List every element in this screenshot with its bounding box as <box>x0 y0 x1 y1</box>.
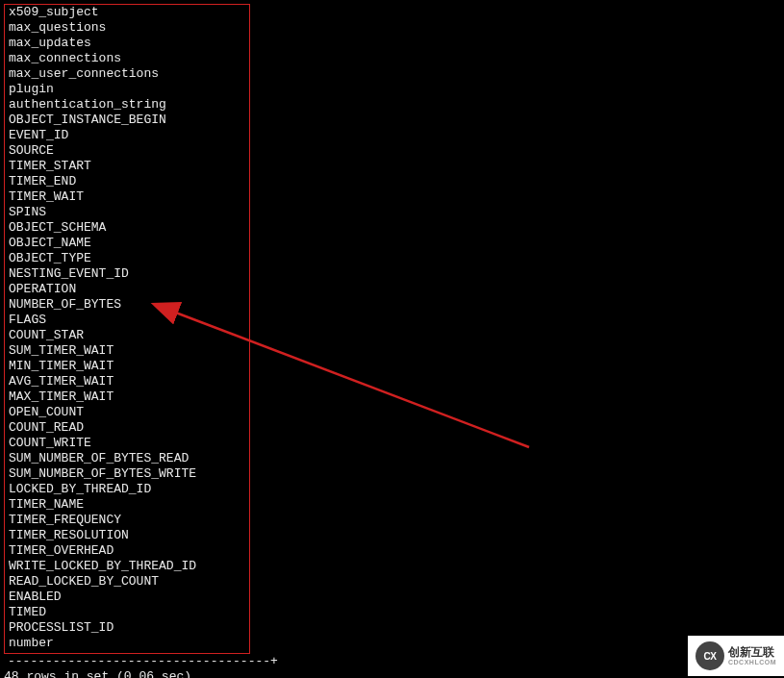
table-border-bottom: -----------------------------------+ <box>4 654 780 669</box>
watermark-brand-text: 创新互联 CDCXHLCOM <box>728 645 776 667</box>
result-summary: 48 rows in set (0.06 sec) <box>4 669 780 678</box>
column-name-row: OBJECT_INSTANCE_BEGIN <box>9 113 245 128</box>
column-name-row: TIMER_FREQUENCY <box>9 513 245 528</box>
column-name-row: MAX_TIMER_WAIT <box>9 389 245 405</box>
watermark-sub: CDCXHLCOM <box>728 659 776 666</box>
column-name-row: SPINS <box>9 205 245 220</box>
watermark-brand: 创新互联 <box>728 645 776 659</box>
column-name-row: number <box>9 636 245 651</box>
column-name-row: SUM_TIMER_WAIT <box>9 343 245 359</box>
column-name-row: OPERATION <box>9 282 245 297</box>
column-name-row: OPEN_COUNT <box>9 405 245 420</box>
column-name-row: OBJECT_NAME <box>9 236 245 251</box>
column-name-row: COUNT_STAR <box>9 328 245 343</box>
column-name-row: TIMED <box>9 605 245 620</box>
column-name-row: plugin <box>9 82 245 97</box>
column-name-row: NUMBER_OF_BYTES <box>9 297 245 313</box>
column-name-row: TIMER_START <box>9 159 245 174</box>
column-name-row: OBJECT_TYPE <box>9 251 245 266</box>
column-name-row: max_questions <box>9 20 245 36</box>
column-name-row: x509_subject <box>9 5 245 20</box>
column-name-row: MIN_TIMER_WAIT <box>9 359 245 374</box>
column-name-row: SUM_NUMBER_OF_BYTES_READ <box>9 451 245 466</box>
terminal-output: x509_subjectmax_questionsmax_updatesmax_… <box>0 0 784 678</box>
column-name-row: EVENT_ID <box>9 128 245 143</box>
watermark-logo-icon: CX <box>695 641 724 670</box>
column-name-row: TIMER_END <box>9 174 245 189</box>
column-name-row: WRITE_LOCKED_BY_THREAD_ID <box>9 559 245 574</box>
column-name-row: LOCKED_BY_THREAD_ID <box>9 482 245 497</box>
column-name-row: TIMER_RESOLUTION <box>9 528 245 543</box>
column-name-row: COUNT_READ <box>9 420 245 436</box>
column-name-row: SUM_NUMBER_OF_BYTES_WRITE <box>9 466 245 482</box>
column-name-row: ENABLED <box>9 590 245 605</box>
column-name-row: max_connections <box>9 51 245 66</box>
column-name-row: TIMER_WAIT <box>9 189 245 205</box>
column-name-row: READ_LOCKED_BY_COUNT <box>9 574 245 590</box>
column-name-list-box: x509_subjectmax_questionsmax_updatesmax_… <box>4 4 250 654</box>
column-name-row: TIMER_NAME <box>9 497 245 513</box>
column-name-row: COUNT_WRITE <box>9 436 245 451</box>
column-name-row: authentication_string <box>9 97 245 113</box>
column-name-row: SOURCE <box>9 143 245 159</box>
column-name-row: OBJECT_SCHEMA <box>9 220 245 236</box>
watermark: CX 创新互联 CDCXHLCOM <box>688 636 784 676</box>
column-name-row: max_user_connections <box>9 66 245 82</box>
column-name-row: FLAGS <box>9 313 245 328</box>
column-name-row: NESTING_EVENT_ID <box>9 266 245 282</box>
column-name-row: PROCESSLIST_ID <box>9 620 245 636</box>
column-name-row: TIMER_OVERHEAD <box>9 543 245 559</box>
column-name-row: AVG_TIMER_WAIT <box>9 374 245 389</box>
column-name-row: max_updates <box>9 36 245 51</box>
